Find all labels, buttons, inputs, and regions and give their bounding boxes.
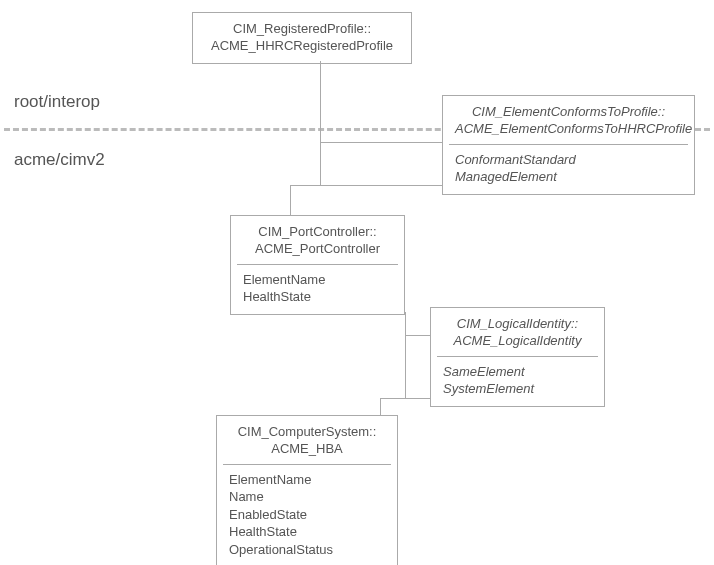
connector	[405, 335, 430, 336]
class-title: CIM_PortController::	[243, 224, 392, 241]
class-box-computer-system: CIM_ComputerSystem:: ACME_HBA ElementNam…	[216, 415, 398, 565]
connector	[442, 185, 443, 186]
class-subtitle: ACME_HHRCRegisteredProfile	[205, 38, 399, 55]
connector	[405, 312, 406, 398]
assoc-subtitle: ACME_LogicalIdentity	[443, 333, 592, 350]
assoc-attr: SystemElement	[443, 380, 592, 398]
class-attr: OperationalStatus	[229, 541, 385, 559]
class-attr: ElementName	[229, 471, 385, 489]
class-box-port-controller: CIM_PortController:: ACME_PortController…	[230, 215, 405, 315]
connector	[320, 142, 442, 143]
namespace-label-root-interop: root/interop	[14, 92, 100, 112]
connector	[380, 398, 381, 415]
class-title: CIM_RegisteredProfile::	[205, 21, 399, 38]
class-attr: EnabledState	[229, 506, 385, 524]
namespace-label-acme-cimv2: acme/cimv2	[14, 150, 105, 170]
assoc-title: CIM_LogicalIdentity::	[443, 316, 592, 333]
class-subtitle: ACME_PortController	[243, 241, 392, 258]
class-box-registered-profile: CIM_RegisteredProfile:: ACME_HHRCRegiste…	[192, 12, 412, 64]
class-attr: ElementName	[243, 271, 392, 289]
class-title: CIM_ComputerSystem::	[229, 424, 385, 441]
connector	[380, 398, 430, 399]
assoc-subtitle: ACME_ElementConformsToHHRCProfile	[455, 121, 682, 138]
connector	[320, 61, 321, 185]
connector	[290, 185, 291, 215]
connector	[290, 185, 442, 186]
assoc-attr: ConformantStandard	[455, 151, 682, 169]
assoc-box-logical-identity: CIM_LogicalIdentity:: ACME_LogicalIdenti…	[430, 307, 605, 407]
assoc-box-element-conforms: CIM_ElementConformsToProfile:: ACME_Elem…	[442, 95, 695, 195]
assoc-attr: ManagedElement	[455, 168, 682, 186]
class-attr: HealthState	[229, 523, 385, 541]
class-attr: Name	[229, 488, 385, 506]
class-attr: HealthState	[243, 288, 392, 306]
class-subtitle: ACME_HBA	[229, 441, 385, 458]
assoc-title: CIM_ElementConformsToProfile::	[455, 104, 682, 121]
assoc-attr: SameElement	[443, 363, 592, 381]
diagram-canvas: root/interop acme/cimv2 CIM_RegisteredPr…	[0, 0, 714, 565]
